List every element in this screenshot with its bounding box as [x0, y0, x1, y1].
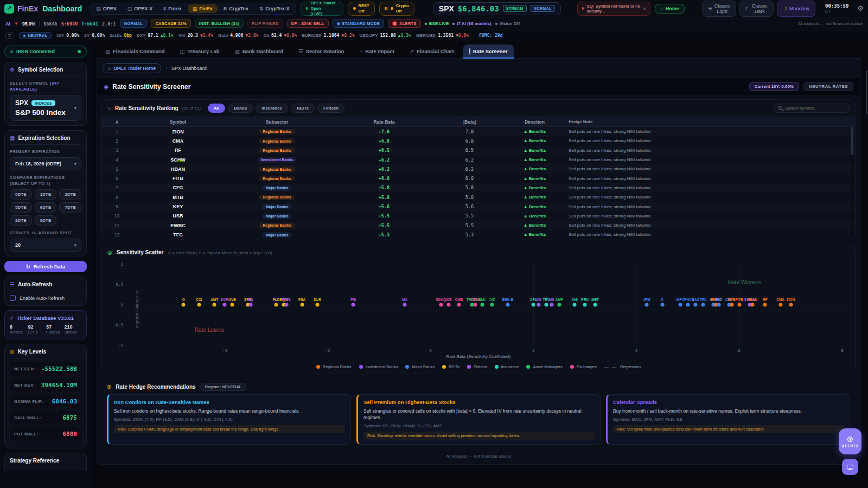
crypto-status-pill[interactable]: Ƀ CryptoOff [379, 2, 414, 16]
scatter-point[interactable] [490, 303, 494, 306]
mode-chip[interactable]: ◉ STANDARD MODE [333, 20, 384, 28]
header-nav-tab[interactable]: $ Forex [158, 4, 187, 13]
column-header[interactable]: Symbol [132, 119, 224, 125]
scatter-point[interactable] [573, 303, 577, 306]
scatter-point[interactable] [446, 303, 450, 306]
settings-gear-icon[interactable]: ⚙ [857, 4, 864, 12]
filter-pill[interactable]: Banks [228, 104, 253, 113]
scatter-point[interactable] [701, 303, 705, 306]
table-row[interactable]: 4 SCHW Investment Banks +6.2 6.2 ▲ Benef… [102, 155, 855, 164]
theme-moonboy-button[interactable]: ☽ Moonboy [777, 1, 815, 17]
enable-auto-refresh-row[interactable]: Enable Auto-Refresh [10, 295, 81, 301]
scatter-point[interactable] [557, 303, 561, 306]
scatter-point[interactable] [197, 303, 201, 306]
table-row[interactable]: 8 MTB Regional Banks +5.8 5.8 ▲ Benefits… [102, 192, 855, 202]
auto-refresh-checkbox[interactable] [10, 295, 16, 301]
scatter-point[interactable] [583, 303, 587, 306]
primary-expiration-dropdown[interactable]: Feb 18, 2026 (0DTE) ▾ [10, 157, 81, 170]
table-row[interactable]: 5 HBAN Regional Banks +6.2 6.2 ▲ Benefit… [102, 164, 855, 174]
column-header[interactable]: # [102, 119, 132, 125]
scatter-plot[interactable]: Implied Change % -4-20246810.50-0.5-1Rat… [127, 264, 847, 345]
column-header[interactable]: Direction [501, 119, 569, 125]
symbol-search[interactable] [774, 104, 850, 113]
refresh-data-button[interactable]: ↻ Refresh Data [4, 261, 87, 272]
vision-status[interactable]: Vision Off [495, 21, 520, 26]
table-row[interactable]: 12 TFC Major Banks +5.3 5.3 ▲ Benefits S… [102, 230, 855, 239]
dte-option-button[interactable]: 8DTE [10, 215, 32, 226]
table-scrollbar[interactable] [851, 127, 853, 236]
scatter-point[interactable] [275, 303, 278, 306]
scatter-point[interactable] [532, 303, 535, 306]
dte-option-button[interactable]: 0DTE [10, 189, 32, 200]
scatter-point[interactable] [403, 303, 407, 306]
dte-option-button[interactable]: 6DTE [35, 202, 57, 213]
breadcrumb-home-link[interactable]: ⌂ OPEX Trader Home [103, 63, 161, 73]
symbol-selector[interactable]: SPX INDICES S&P 500 Index ▾ [10, 95, 81, 121]
cascade-chip[interactable]: CASCADE 52% [151, 20, 190, 28]
notification-close-icon[interactable]: x [643, 6, 646, 11]
main-tab[interactable]: ◔ Rate Impact [353, 44, 401, 58]
scatter-point[interactable] [750, 303, 754, 306]
notification-toast[interactable]: SQ: Symbol not found or no security... x [577, 2, 650, 16]
scatter-point[interactable] [778, 303, 782, 306]
scatter-point[interactable] [480, 303, 484, 306]
scatter-point[interactable] [545, 303, 548, 306]
dte-option-button[interactable]: 1DTE [35, 189, 57, 200]
home-button[interactable]: ⌂ Home [655, 4, 684, 14]
scatter-point[interactable] [231, 303, 234, 306]
strikes-dropdown[interactable]: 20 ▾ [10, 239, 81, 252]
rest-status-pill[interactable]: RESTOff [348, 2, 375, 16]
scatter-point[interactable] [223, 303, 227, 306]
header-nav-tab[interactable]: ▥ FinEx [188, 4, 218, 13]
header-nav-tab[interactable]: ◫ OPEX-X [123, 4, 158, 13]
header-nav-tab[interactable]: ▤ OPEX [91, 4, 122, 13]
scatter-point[interactable] [457, 303, 461, 306]
table-row[interactable]: 3 RF Regional Banks +6.5 6.5 ▲ Benefits … [102, 146, 855, 155]
scatter-point[interactable] [285, 303, 289, 306]
scatter-point[interactable] [550, 303, 553, 306]
scatter-point[interactable] [537, 303, 540, 306]
column-header[interactable]: Hedge Note [569, 119, 855, 124]
column-header[interactable]: |Beta| [438, 119, 501, 125]
scatter-point[interactable] [694, 303, 698, 306]
page-scrollbar[interactable] [866, 70, 867, 114]
table-row[interactable]: 11 EWBC Regional Banks +5.5 5.5 ▲ Benefi… [102, 221, 855, 230]
scatter-point[interactable] [737, 303, 741, 306]
table-row[interactable]: 10 USB Major Banks +5.5 5.5 ▲ Benefits S… [102, 211, 855, 221]
scatter-point[interactable] [506, 303, 509, 306]
scatter-point[interactable] [352, 303, 355, 306]
scatter-point[interactable] [645, 303, 649, 306]
dp-chip[interactable]: DP: -$54K SELL [287, 20, 329, 28]
scatter-point[interactable] [315, 303, 319, 306]
scatter-point[interactable] [248, 303, 252, 306]
chat-button[interactable] [842, 459, 858, 475]
header-nav-tab[interactable]: ⇅ CrypTex-X [254, 4, 295, 13]
dte-option-button[interactable]: 2DTE [59, 189, 81, 200]
theme-classic-dark-button[interactable]: ☾ Classic Dark [739, 1, 774, 17]
filter-pill[interactable]: Fintech [317, 104, 344, 113]
agents-button[interactable]: ⊛ AGENTS [839, 428, 861, 454]
table-row[interactable]: 2 CMA Regional Banks +6.8 6.8 ▲ Benefits… [102, 136, 855, 145]
ticker-filter-icon[interactable]: ▽ [5, 32, 14, 39]
theme-classic-light-button[interactable]: ☀ Classic Light [702, 1, 736, 17]
normal-chip[interactable]: NORMAL [120, 20, 148, 28]
filter-pill[interactable]: All [208, 104, 225, 113]
scatter-point[interactable] [789, 303, 793, 306]
scatter-point[interactable] [717, 303, 720, 306]
dte-option-button[interactable]: 5DTE [10, 202, 32, 213]
header-nav-tab[interactable]: Ƀ CrypTex [219, 4, 253, 13]
flip-chip[interactable]: FLIP PINNED [247, 20, 283, 28]
table-row[interactable]: 9 KEY Major Banks +5.6 5.6 ▲ Benefits Se… [102, 202, 855, 211]
main-tab[interactable]: ◫ Treasury Lab [174, 44, 226, 58]
filter-pill[interactable]: REITs [291, 104, 315, 113]
scatter-point[interactable] [593, 303, 597, 306]
table-row[interactable]: 7 CFG Major Banks +5.8 5.8 ▲ Benefits Se… [102, 183, 855, 192]
main-tab[interactable]: Rate Screener [463, 44, 514, 58]
alerts-chip[interactable]: 4 ALERTS [388, 20, 421, 28]
dte-option-button[interactable]: 7DTE [59, 202, 81, 213]
scatter-point[interactable] [660, 303, 664, 306]
search-input[interactable] [785, 106, 845, 111]
trader-status-pill[interactable]: OPEX Trader Open[LIVE] [301, 2, 343, 16]
table-row[interactable]: 6 FITB Regional Banks +6.0 6.0 ▲ Benefit… [102, 174, 855, 183]
table-row[interactable]: 1 ZION Regional Banks +7.0 7.0 ▲ Benefit… [102, 127, 855, 136]
